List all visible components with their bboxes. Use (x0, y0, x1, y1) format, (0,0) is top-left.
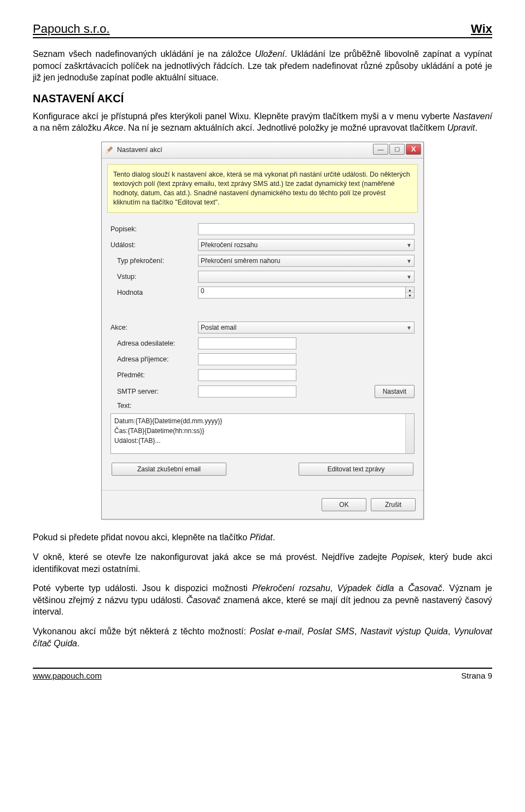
page-number: Strana 9 (461, 671, 492, 680)
close-button[interactable]: X (406, 144, 421, 155)
paragraph-6: Vykonanou akcí může být některá z těchto… (33, 626, 492, 649)
zaslat-button[interactable]: Zaslat zkušební email (112, 463, 226, 476)
page-footer: www.papouch.com Strana 9 (33, 668, 492, 680)
label-typ: Typ překročení: (110, 257, 198, 265)
dialog-info-box: Tento dialog slouží k nastavení akce, kt… (107, 164, 418, 213)
input-smtp[interactable] (198, 385, 296, 398)
page-header: Papouch s.r.o. Wix (33, 22, 492, 38)
chevron-down-icon: ▼ (406, 258, 412, 264)
label-popisek: Popisek: (110, 225, 198, 233)
maximize-button[interactable]: ▢ (389, 144, 405, 155)
spinner-hodnota[interactable]: 0 ▲▼ (198, 287, 415, 299)
label-predmet: Předmět: (110, 371, 198, 379)
chevron-down-icon: ▼ (406, 325, 412, 331)
company-name: Papouch s.r.o. (33, 22, 110, 36)
zrusit-button[interactable]: Zrušit (371, 498, 416, 511)
scrollbar[interactable] (405, 414, 414, 453)
paragraph-2: Konfigurace akcí je přístupná přes který… (33, 110, 492, 134)
paragraph-5: Poté vyberte typ události. Jsou k dispoz… (33, 582, 492, 618)
textarea-text[interactable]: Datum:{TAB}{Datetime(dd.mm.yyyy)} Čas:{T… (110, 413, 415, 454)
paragraph-3: Pokud si předete přidat novou akci, klep… (33, 531, 492, 544)
editovat-button[interactable]: Editovat text zprávy (299, 463, 413, 476)
label-hodnota: Hodnota (110, 289, 198, 296)
footer-url[interactable]: www.papouch.com (33, 671, 102, 680)
dialog-title: Nastavení akcí (117, 146, 162, 154)
nastavit-button[interactable]: Nastavit (375, 385, 415, 398)
label-udalost: Událost: (110, 241, 198, 249)
label-text: Text: (110, 402, 198, 410)
chevron-down-icon: ▼ (406, 274, 412, 280)
label-odesilatel: Adresa odesilatele: (110, 340, 198, 347)
input-odesilatel[interactable] (198, 337, 296, 349)
label-vstup: Vstup: (110, 273, 198, 281)
label-prijemce: Adresa příjemce: (110, 355, 198, 363)
label-smtp: SMTP server: (110, 388, 198, 395)
product-name: Wix (471, 22, 492, 36)
input-popisek[interactable] (198, 223, 415, 235)
dialog-titlebar[interactable]: Nastavení akcí — ▢ X (102, 142, 423, 159)
select-udalost[interactable]: Překročení rozsahu▼ (198, 239, 415, 251)
paragraph-4: V okně, které se otevře lze nakonfigurov… (33, 551, 492, 575)
ok-button[interactable]: OK (322, 498, 366, 511)
label-akce: Akce: (110, 324, 198, 331)
chevron-down-icon: ▼ (406, 242, 412, 248)
paragraph-1: Seznam všech nadefinovaných ukládání je … (33, 48, 492, 84)
settings-dialog: Nastavení akcí — ▢ X Tento dialog slouží… (101, 142, 424, 520)
select-vstup[interactable]: ▼ (198, 271, 415, 283)
input-predmet[interactable] (198, 369, 296, 381)
spinner-buttons[interactable]: ▲▼ (405, 287, 415, 299)
minimize-button[interactable]: — (373, 144, 388, 155)
select-typ[interactable]: Překročení směrem nahoru▼ (198, 255, 415, 267)
select-akce[interactable]: Poslat email▼ (198, 322, 415, 334)
pencil-icon (105, 145, 114, 154)
input-prijemce[interactable] (198, 353, 296, 365)
section-heading: NASTAVENÍ AKCÍ (33, 92, 492, 105)
